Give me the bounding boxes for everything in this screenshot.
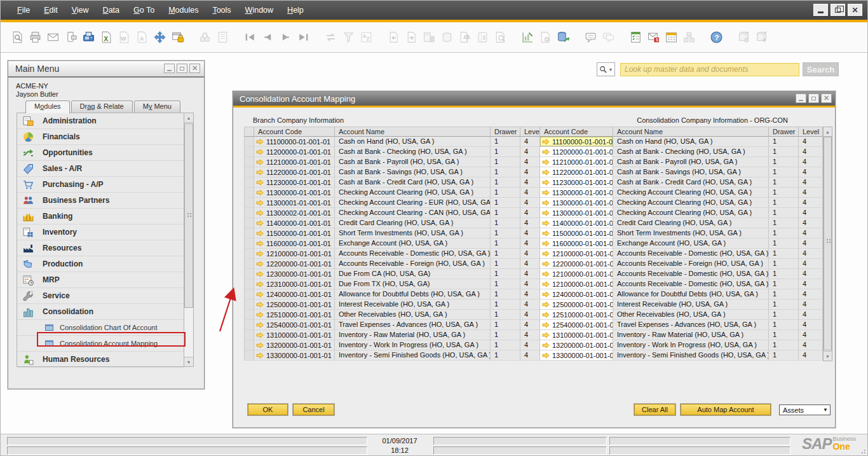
cons-account-name-cell[interactable]: Checking Account Clearing (HO, USA, GA ) <box>613 208 769 218</box>
link-arrow-icon[interactable] <box>256 190 264 196</box>
auto-map-account-button[interactable]: Auto Map Account <box>681 404 771 415</box>
close-button[interactable]: ✕ <box>848 4 862 16</box>
cons-level-cell[interactable]: 4 <box>799 177 823 188</box>
module-opportunities[interactable]: Opportunities <box>17 145 184 161</box>
cons-drawer-cell[interactable]: 1 <box>769 249 799 259</box>
branch-level-cell[interactable]: 4 <box>520 228 540 238</box>
scroll-down-icon[interactable]: ▼ <box>824 351 832 361</box>
branch-drawer-cell[interactable]: 1 <box>491 269 520 279</box>
link-arrow-icon[interactable] <box>542 251 550 257</box>
cons-level-cell[interactable]: 4 <box>799 310 823 320</box>
branch-level-cell[interactable]: 4 <box>520 279 540 289</box>
price-list-icon[interactable]: $ <box>473 29 491 46</box>
export-pdf-icon[interactable]: A <box>133 29 151 46</box>
branch-account-name-cell[interactable]: Short Term Investments (HO, USA, GA ) <box>335 228 491 238</box>
cons-account-name-cell[interactable]: Interest Receivable (HO, USA, GA ) <box>613 300 769 310</box>
main-menu-titlebar[interactable]: Main Menu ✕ <box>8 61 204 78</box>
filter-table-icon[interactable] <box>339 29 357 46</box>
table-row[interactable]: 11400000-01-001-01 Credit Card Clearing … <box>244 218 823 228</box>
cons-account-code-cell[interactable]: 12510000-01-001-01 <box>540 310 613 320</box>
cons-drawer-cell[interactable]: 1 <box>769 218 799 228</box>
cons-account-name-cell[interactable]: Checking Account Clearing (HO, USA, GA ) <box>613 198 769 208</box>
link-arrow-icon[interactable] <box>256 261 264 267</box>
link-arrow-icon[interactable] <box>256 352 264 359</box>
cons-account-code-cell[interactable]: 11230000-01-001-01 <box>540 177 613 188</box>
cons-account-code-cell[interactable]: 12500000-01-001-01 <box>540 300 613 310</box>
row-selector[interactable] <box>244 350 254 361</box>
cons-account-name-cell[interactable]: Short Term Investments (HO, USA, GA ) <box>613 228 769 238</box>
branch-account-name-cell[interactable]: Credit Card Clearing (HO, USA, GA ) <box>335 218 491 228</box>
link-arrow-icon[interactable] <box>542 352 550 359</box>
cons-drawer-cell[interactable]: 1 <box>769 198 799 208</box>
branch-account-name-cell[interactable]: Due From TX (HO, USA, GA) <box>335 279 491 289</box>
export-excel-icon[interactable]: X <box>97 29 115 46</box>
table-row[interactable]: 13100000-01-001-01 Inventory - Raw Mater… <box>244 330 823 340</box>
cons-drawer-cell[interactable]: 1 <box>769 269 799 279</box>
branch-account-code-cell[interactable]: 12200000-01-001-01 <box>254 259 335 269</box>
branch-level-cell[interactable]: 4 <box>520 249 540 259</box>
cons-drawer-cell[interactable]: 1 <box>769 157 799 167</box>
branch-account-code-cell[interactable]: 11230000-01-001-01 <box>254 177 335 188</box>
branch-drawer-cell[interactable]: 1 <box>491 279 520 289</box>
cons-level-cell[interactable]: 4 <box>799 238 823 249</box>
link-arrow-icon[interactable] <box>256 139 264 145</box>
link-arrow-icon[interactable] <box>256 200 264 206</box>
branch-account-name-cell[interactable]: Cash at Bank - Credit Card (HO, USA, GA … <box>335 177 491 188</box>
cons-account-name-cell[interactable]: Cash at Bank - Credit Card (HO, USA, GA … <box>613 177 769 188</box>
maximize-button[interactable] <box>177 64 187 73</box>
branch-account-code-cell[interactable]: 13300000-01-001-01 <box>254 350 335 361</box>
link-arrow-icon[interactable] <box>542 261 550 267</box>
link-arrow-icon[interactable] <box>542 230 550 237</box>
module-banking[interactable]: Banking <box>17 209 184 225</box>
journal-entry-icon[interactable] <box>420 29 438 46</box>
cons-level-cell[interactable]: 4 <box>799 249 823 259</box>
cons-drawer-cell[interactable]: 1 <box>769 228 799 238</box>
cons-drawer-cell[interactable]: 1 <box>769 208 799 218</box>
branch-drawer-cell[interactable]: 1 <box>491 350 520 361</box>
menu-item-consolidation-account-mapping[interactable]: Consolidation Account Mapping <box>17 336 184 352</box>
branch-level-cell[interactable]: 4 <box>520 320 540 330</box>
row-selector[interactable] <box>244 320 254 330</box>
link-arrow-icon[interactable] <box>542 190 550 196</box>
branch-account-name-cell[interactable]: Cash at Bank - Savings (HO, USA, GA ) <box>335 167 491 177</box>
branch-account-code-cell[interactable]: 12510000-01-001-01 <box>254 310 335 320</box>
branch-account-code-cell[interactable]: 11300001-01-001-01 <box>254 198 335 208</box>
link-arrow-icon[interactable] <box>256 291 264 298</box>
query-tools-icon[interactable] <box>554 29 572 46</box>
link-arrow-icon[interactable] <box>542 220 550 226</box>
module-resources[interactable]: Resources <box>17 240 184 256</box>
branch-account-code-cell[interactable]: 12400000-01-001-01 <box>254 289 335 300</box>
cons-level-cell[interactable]: 4 <box>799 259 823 269</box>
table-row[interactable]: 11500000-01-001-01 Short Term Investment… <box>244 228 823 238</box>
cons-account-name-cell[interactable]: Inventory - Semi Finished Goods (HO, USA… <box>613 350 769 361</box>
link-arrow-icon[interactable] <box>542 291 550 298</box>
search-button[interactable]: Search <box>803 62 839 76</box>
row-selector[interactable] <box>244 300 254 310</box>
refresh-record-icon[interactable] <box>322 29 339 46</box>
table-row[interactable]: 11220000-01-001-01 Cash at Bank - Saving… <box>244 167 823 177</box>
cons-account-code-cell[interactable]: 13200000-01-001-01 <box>540 340 613 350</box>
cons-drawer-cell[interactable]: 1 <box>769 320 799 330</box>
table-row[interactable]: 12540000-01-001-01 Travel Expenses - Adv… <box>244 320 823 330</box>
table-row[interactable]: 11230000-01-001-01 Cash at Bank - Credit… <box>244 177 823 188</box>
cons-account-code-cell[interactable]: 11500000-01-001-01 <box>540 228 613 238</box>
branch-account-code-cell[interactable]: 13100000-01-001-01 <box>254 330 335 340</box>
branch-account-name-cell[interactable]: Allowance for Doubtful Debts (HO, USA, G… <box>335 289 491 300</box>
branch-level-cell[interactable]: 4 <box>520 157 540 167</box>
branch-account-code-cell[interactable]: 11300000-01-001-01 <box>254 188 335 198</box>
customize-cube-icon[interactable] <box>735 29 752 46</box>
main-menu-scrollbar[interactable]: ▲ ▼ <box>184 113 194 367</box>
link-arrow-icon[interactable] <box>256 210 264 216</box>
clear-all-button[interactable]: Clear All <box>634 404 675 415</box>
cancel-button[interactable]: Cancel <box>293 404 334 415</box>
branch-account-name-cell[interactable]: Due From CA (HO, USA, GA) <box>335 269 491 279</box>
table-row[interactable]: 12510000-01-001-01 Other Receivables (HO… <box>244 310 823 320</box>
messages-alerts-icon[interactable] <box>581 29 599 46</box>
link-arrow-icon[interactable] <box>542 322 550 328</box>
cons-level-cell[interactable]: 4 <box>799 137 823 147</box>
link-arrow-icon[interactable] <box>256 332 264 338</box>
link-arrow-icon[interactable] <box>256 230 264 237</box>
cons-level-cell[interactable]: 4 <box>799 320 823 330</box>
branch-level-cell[interactable]: 4 <box>520 289 540 300</box>
link-arrow-icon[interactable] <box>256 240 264 247</box>
